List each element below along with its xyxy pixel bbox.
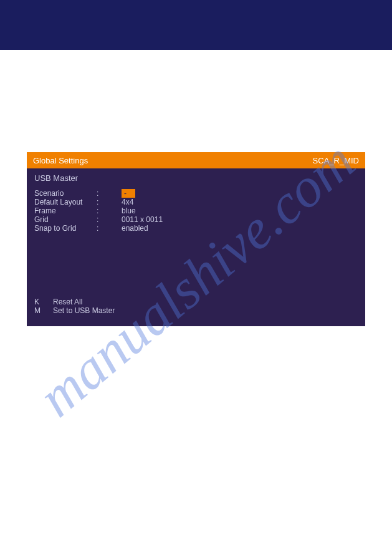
setting-row-default-layout[interactable]: Default Layout : 4x4 (34, 198, 358, 206)
setting-label: Frame (34, 206, 97, 215)
setting-row-scenario[interactable]: Scenario : - (34, 189, 358, 198)
command-set-usb-master[interactable]: M Set to USB Master (34, 306, 115, 315)
command-action: Reset All (53, 298, 82, 306)
command-reset-all[interactable]: K Reset All (34, 298, 115, 306)
command-action: Set to USB Master (53, 306, 115, 315)
setting-value[interactable]: blue (122, 206, 136, 215)
setting-separator: : (97, 198, 122, 206)
setting-value[interactable]: enabled (122, 224, 148, 233)
settings-content: USB Master Scenario : - Default Layout :… (27, 168, 365, 238)
section-header: USB Master (34, 173, 358, 183)
setting-separator: : (97, 189, 122, 198)
setting-row-frame[interactable]: Frame : blue (34, 206, 358, 215)
setting-label: Grid (34, 215, 97, 224)
window-identifier: SCA_R_MID (313, 156, 359, 165)
window-title: Global Settings (33, 156, 88, 165)
command-key: M (34, 306, 53, 315)
setting-value[interactable]: 4x4 (122, 198, 133, 206)
setting-label: Snap to Grid (34, 224, 97, 233)
setting-value[interactable]: 0011 x 0011 (122, 215, 163, 224)
setting-separator: : (97, 215, 122, 224)
command-list: K Reset All M Set to USB Master (34, 298, 115, 315)
setting-row-grid[interactable]: Grid : 0011 x 0011 (34, 215, 358, 224)
window-title-bar: Global Settings SCA_R_MID (27, 152, 365, 168)
global-settings-window: Global Settings SCA_R_MID USB Master Sce… (27, 152, 365, 326)
setting-row-snap-to-grid[interactable]: Snap to Grid : enabled (34, 224, 358, 233)
setting-label: Default Layout (34, 198, 97, 206)
setting-separator: : (97, 224, 122, 233)
setting-value[interactable]: - (122, 189, 135, 198)
setting-label: Scenario (34, 189, 97, 198)
setting-separator: : (97, 206, 122, 215)
command-key: K (34, 298, 53, 306)
top-header-bar (0, 0, 392, 50)
